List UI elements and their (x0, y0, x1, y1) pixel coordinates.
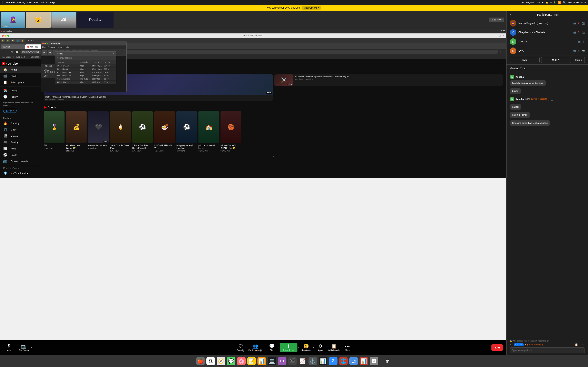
kali-icon-3[interactable]: 📁 (11, 39, 15, 42)
etherape-menubar: File Capture View Help (41, 45, 126, 49)
etherape-menu-help[interactable]: Help (65, 46, 69, 49)
thumbnail-building[interactable]: 🏙 (52, 12, 76, 28)
short-views-7: 3.5M views (199, 150, 219, 152)
signin-label: Sign in (9, 110, 14, 112)
bookmark-kali-tools[interactable]: Kali Tools (16, 56, 26, 58)
context-snpp-label: SNPP (44, 75, 49, 77)
close-button[interactable] (2, 35, 4, 37)
node-row-1[interactable]: 74.125.24.94 0 bps 17.63 Kbytes 369 by (55, 67, 116, 71)
etherape-menu-file[interactable]: File (42, 46, 45, 49)
thumbnail-cat[interactable]: 🐱 (26, 12, 51, 28)
maximize-button[interactable] (7, 35, 9, 37)
col-address: Address (56, 61, 79, 63)
etherape-play-btn[interactable]: ▶ (42, 50, 47, 55)
short-card-5[interactable]: 🍜 INDOMIE JEPANG VS... 4.9M views (154, 111, 175, 153)
col-accum-traffic: Accum Traffic (91, 61, 103, 63)
node-row-0[interactable]: 74.125.24.156 0 bps 14.53 Kbytes 304 by (55, 64, 116, 67)
kali-icon-4[interactable]: 🌐 (16, 39, 20, 42)
yt-library-label: Library (11, 89, 17, 92)
short-card-0[interactable]: 🎖️ TNI 3.4M views (44, 111, 65, 153)
yt-premium-label: YouTube Premium (11, 172, 29, 175)
menubar-view[interactable]: View (27, 1, 32, 4)
short-card-8[interactable]: 🏀 Michael Jordan's INSANE Diet 😮 9.3M vi… (221, 111, 241, 153)
node-row-2[interactable]: 185.199.110.133 0 bps 1.28 Kbytes 69 by (55, 71, 116, 74)
node-row-4[interactable]: mazonaws.com 54.148.213.75 580 bytes 72 … (55, 77, 116, 81)
short-title-7: pilih kamar sesuai kelas... (199, 144, 219, 150)
menubar-window[interactable]: Window (40, 1, 48, 4)
short-card-7[interactable]: 🏫 pilih kamar sesuai kelas... 3.5M views (199, 111, 219, 153)
nodes-panel-minimize[interactable]: — (110, 53, 112, 55)
yt-nav-library[interactable]: 📚 Library (0, 87, 41, 94)
yt-nav-gaming[interactable]: 🎮 Gaming (0, 139, 41, 145)
yt-sidebar: ▶ YouTube 🏠 Home 📹 Shorts (0, 59, 41, 178)
yt-browse-label: Browse channels (11, 160, 28, 162)
kali-icon-5[interactable]: 🔒 (20, 39, 25, 42)
rec-text: Recording... (3, 30, 13, 32)
short-thumb-6: ⚽ (176, 111, 197, 143)
yt-more-header: More from YouTube (0, 166, 41, 170)
minimize-button[interactable] (4, 35, 7, 37)
menubar:  zoom.us Meeting View Edit Window Help … (0, 0, 294, 5)
etherape-title: EtherApe (51, 42, 60, 45)
bookmark-kali-docs[interactable]: Kali Docs (30, 56, 40, 58)
recommended-video-1[interactable]: ⚔️ 26:13 Showdown between Japanese Kendo… (274, 75, 294, 86)
youtube-tab-label: YouTube (30, 46, 38, 48)
short-thumb-1: 💰 (66, 111, 86, 143)
yt-nav-shorts[interactable]: 📹 Shorts (0, 73, 41, 79)
col-avg-size: Avg Siz (103, 61, 115, 63)
yt-nav-home[interactable]: 🏠 Home (0, 67, 41, 73)
yt-logo[interactable]: ▶ YouTube (2, 62, 18, 65)
etherape-menu-capture[interactable]: Capture (48, 46, 55, 49)
forward-button[interactable]: → (6, 50, 9, 53)
etherape-close[interactable] (42, 43, 44, 44)
movies-icon: 🎬 (3, 134, 7, 138)
yt-nav-music[interactable]: 🎵 Music (0, 126, 41, 133)
notification-text: You can control Liyyu's screen (267, 6, 294, 9)
yt-logo-icon: ▶ (2, 62, 5, 65)
nodes-panel-close[interactable]: ✕ (113, 53, 114, 55)
etherape-min[interactable] (44, 43, 46, 44)
thumbnail-marisa[interactable]: 🧕 Marisa (1, 12, 25, 28)
yt-nav-browse[interactable]: 📺 Browse channels (0, 158, 41, 164)
kali-icon-2[interactable]: 🐉 (6, 39, 10, 42)
kali-icon-1[interactable]: ⚡ (1, 39, 5, 42)
etherape-menu-view[interactable]: View (58, 46, 62, 49)
yt-nav-subscriptions[interactable]: 📋 Subscriptions (0, 79, 41, 85)
thumbnail-koosha[interactable]: Koosha (77, 12, 113, 28)
apple-menu-icon[interactable]:  (2, 1, 3, 4)
menubar-edit[interactable]: Edit (34, 1, 38, 4)
news-icon: 📰 (3, 147, 7, 150)
node-row-3[interactable]: 185.199.110.154 0 bps 1011 bytes 67 by (55, 74, 116, 77)
short-card-1[interactable]: 💰 sisca kohl kaya banget 😭!! 1M views (66, 111, 86, 153)
short-thumb-5: 🍜 (154, 111, 175, 143)
etherape-prev-btn[interactable]: ⏮ (48, 50, 52, 55)
short-card-2[interactable]: 🖤 2019 Wednesday Addams... 27M views (88, 111, 109, 153)
yt-nav-movies[interactable]: 🎬 Movies (0, 133, 41, 139)
yt-nav-history[interactable]: 🕒 History (0, 94, 41, 100)
menubar-meeting[interactable]: Meeting (17, 1, 25, 4)
short-card-4[interactable]: ⚽ 3 Rekor Gol Piala Dunia Paling Su... 1… (132, 111, 153, 153)
yt-sign-in-button[interactable]: 👤 Sign in (3, 109, 17, 113)
menubar-zoom[interactable]: zoom.us (6, 1, 15, 4)
short-card-6[interactable]: ⚽ Mbappe gets a gift from his... 42M vie… (176, 111, 197, 153)
yt-nav-premium[interactable]: 💎 YouTube Premium (0, 170, 41, 176)
bookmark-kali-linux[interactable]: Kali Linux (1, 56, 12, 58)
show-all-label: Show all nodes (60, 57, 72, 59)
yt-nav-trending[interactable]: 🔥 Trending (0, 120, 41, 126)
etherape-max[interactable] (47, 43, 48, 44)
short-views-2: 27M views (88, 147, 109, 149)
home-button[interactable]: 🏠 (15, 50, 19, 53)
shared-screen-area: 🧕 Marisa 🐱 🏙 Koosha ⊞ ⊞ Vie (0, 11, 294, 184)
yt-nav-news[interactable]: 📰 News (0, 145, 41, 152)
shorts-icon: 📹 (3, 74, 7, 78)
menubar-help[interactable]: Help (50, 1, 55, 4)
node-row-5[interactable]: 140.82.114.21 0 bps 819 bytes 68 by (55, 81, 116, 84)
back-button[interactable]: ← (1, 50, 5, 53)
short-views-5: 4.9M views (154, 150, 175, 152)
reload-button[interactable]: ↺ (11, 50, 14, 53)
col-inst-traffic: Inst Traffic (79, 61, 91, 63)
short-title-8: Michael Jordan's INSANE Diet 😮 (221, 144, 241, 150)
short-card-3[interactable]: 🍦 Sekte Baru Es Cream Pake... 5.7M views (110, 111, 131, 153)
yt-nav-sports[interactable]: ⚽ Sports (0, 152, 41, 158)
browser-tab-new[interactable]: New Tab (1, 44, 25, 49)
